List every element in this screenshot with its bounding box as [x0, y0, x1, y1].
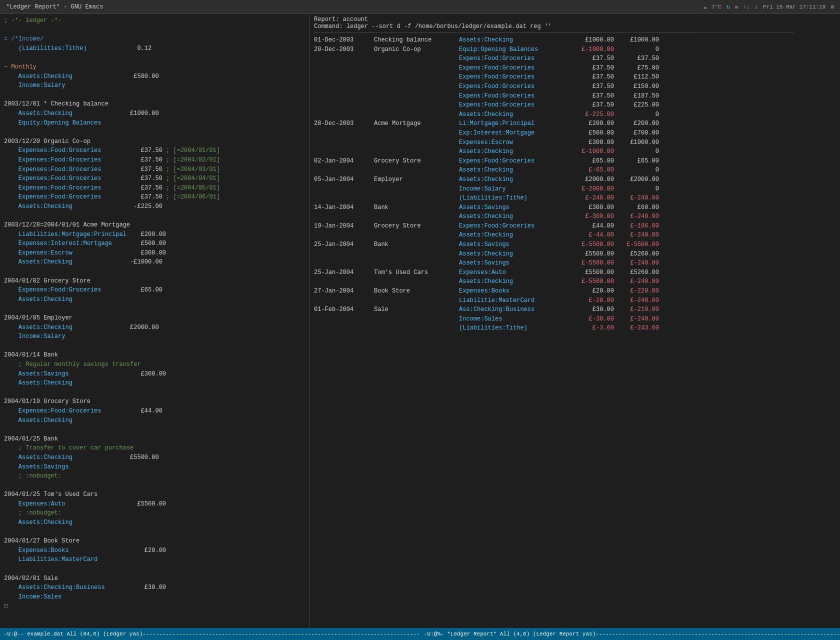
report-entry: Exp:Interest:Mortgage £500.00£700.00 [310, 128, 840, 138]
report-entry: Expens:Food:Groceries £37.50£225.00 [310, 100, 840, 110]
code-line: 2004/02/01 Sale [0, 574, 310, 584]
code-line: 2004/01/14 Bank [0, 350, 310, 360]
report-entry: Expens:Food:Groceries £37.50£75.00 [310, 64, 840, 73]
code-line: Expenses:Food:Groceries £37.50 ; [=2004/… [0, 174, 310, 184]
statusbar-right: -U:@%- *Ledger Report* All (4,0) (Ledger… [420, 631, 840, 637]
report-entry: 05-Jan-2004 Employer Assets:Checking £20… [310, 175, 840, 184]
statusbar-left: -U:@-- example.dat All (64,0) (Ledger ya… [0, 631, 420, 637]
weather-icon: ☁ [703, 4, 706, 10]
code-line: Assets:Checking [0, 416, 310, 426]
code-line: Equity:Opening Balances [0, 118, 310, 128]
code-line: Expenses:Food:Groceries £37.50 ; [=2004/… [0, 156, 310, 165]
code-line: 2004/01/19 Grocery Store [0, 397, 310, 406]
report-entry: (Liabilities:Tithe) £-240.00£-240.00 [310, 194, 840, 203]
code-line: Assets:Checking:Business £30.00 [0, 583, 310, 592]
code-line: Assets:Checking [0, 295, 310, 304]
code-line: Income:Sales [0, 592, 310, 602]
report-entry: Income:Salary £-2000.000 [310, 184, 840, 194]
report-entry: Assets:Savings £-5500.00£-240.00 [310, 258, 840, 268]
code-line: Assets:Checking -£225.00 [0, 202, 310, 212]
code-line: Assets:Checking £1000.00 [0, 109, 310, 118]
code-line: ; :nobudget: [0, 472, 310, 481]
volume-icon[interactable]: ♪ [754, 4, 758, 10]
mail-icon[interactable]: ✉ [735, 4, 738, 10]
code-line: Liabilities:Mortgage:Principal £200.00 [0, 230, 310, 240]
report-entry: 25-Jan-2004 Bank Assets:Savings £-5500.0… [310, 240, 840, 250]
code-line: Assets:Checking £2000.00 [0, 323, 310, 332]
monthly-tag: ~ Monthly [0, 62, 310, 72]
code-line: Assets:Checking [0, 518, 310, 528]
code-line: 2003/12/01 * Checking balance [0, 100, 310, 109]
code-line: Income:Salary [0, 81, 310, 90]
code-line: Expenses:Interest:Mortgage £500.00 [0, 239, 310, 248]
code-line: 2004/01/25 Bank [0, 434, 310, 444]
code-line: ; :nobudget: [0, 508, 310, 518]
code-line: Assets:Savings [0, 462, 310, 472]
report-entry: 02-Jan-2004 Grocery Store Expens:Food:Gr… [310, 156, 840, 166]
code-line: Expenses:Books £20.00 [0, 546, 310, 556]
code-line: ; -*- ledger -*- [0, 16, 310, 26]
code-line: 2004/01/05 Employer [0, 314, 310, 323]
temperature: 7°C [712, 4, 722, 10]
report-command: Command: ledger --sort d -f /home/borbus… [310, 23, 840, 30]
code-line: Expenses:Food:Groceries £37.50 ; [=2004/… [0, 192, 310, 202]
right-pane: Report: account Command: ledger --sort d… [310, 14, 840, 628]
code-line: ; Regular monthly savings transfer [0, 360, 310, 370]
report-label: Report: account [310, 16, 840, 23]
code-line: Assets:Savings £300.00 [0, 370, 310, 379]
report-entry: Assets:Checking £-1000.000 [310, 147, 840, 156]
datetime: Fri 15 Mar 17:11:19 [763, 4, 826, 10]
titlebar: *Ledger Report* - GNU Emacs ☁ 7°C ↻ ✉ ↑↓… [0, 0, 840, 14]
separator: ────────────────────────────────────────… [310, 30, 840, 36]
code-line: Expenses:Food:Groceries £37.50 ; [=2004/… [0, 184, 310, 193]
report-entry: 27-Jan-2004 Book Store Expenses:Books £2… [310, 286, 840, 296]
report-entry: 14-Jan-2004 Bank Assets:Savings £300.00£… [310, 203, 840, 212]
report-entry: 01-Feb-2004 Sale Ass:Checking:Business £… [310, 305, 840, 314]
report-entry: Income:Sales £-30.00£-240.00 [310, 314, 840, 324]
report-entry: Expens:Food:Groceries £37.50£187.50 [310, 92, 840, 101]
code-line: Expenses:Food:Groceries £65.00 [0, 286, 310, 295]
code-line: Expenses:Auto £5500.00 [0, 500, 310, 509]
report-entry: Assets:Checking £-65.000 [310, 166, 840, 175]
report-entry: Assets:Checking £-44.00£-240.00 [310, 230, 840, 240]
report-entry: 20-Dec-2003 Organic Co-op Equip:Opening … [310, 45, 840, 54]
report-entry: 19-Jan-2004 Grocery Store Expens:Food:Gr… [310, 222, 840, 231]
code-line: Expenses:Food:Groceries £37.50 ; [=2004/… [0, 146, 310, 156]
report-entry: 25-Jan-2004 Tom's Used Cars Expenses:Aut… [310, 268, 840, 278]
code-line: Liabilities:MasterCard [0, 555, 310, 564]
code-line: Expenses:Food:Groceries £44.00 [0, 406, 310, 416]
report-entry: Expens:Food:Groceries £37.50£37.50 [310, 54, 840, 64]
code-line: 2003/12/20 Organic Co-op [0, 137, 310, 146]
code-line: = /*Income/ [0, 34, 310, 44]
code-line: 2004/01/27 Book Store [0, 536, 310, 546]
report-entry: Assets:Checking £5500.00£5260.00 [310, 250, 840, 259]
report-entry: Expens:Food:Groceries £37.50£112.50 [310, 72, 840, 82]
code-line: Assets:Checking -£1000.00 [0, 258, 310, 267]
refresh-icon[interactable]: ↻ [726, 4, 730, 10]
report-entry: Assets:Checking £-300.00£-240.00 [310, 212, 840, 222]
report-entry: Expens:Food:Groceries £37.50£150.00 [310, 82, 840, 92]
code-line: Assets:Checking £500.00 [0, 72, 310, 82]
window-title: *Ledger Report* - GNU Emacs [6, 4, 103, 10]
code-line: 2004/01/02 Grocery Store [0, 276, 310, 286]
statusbar: -U:@-- example.dat All (64,0) (Ledger ya… [0, 628, 840, 640]
report-entry: Assets:Checking £-225.000 [310, 110, 840, 120]
left-pane: ; -*- ledger -*- = /*Income/ (Liabilitie… [0, 14, 310, 628]
code-line: Expenses:Food:Groceries £37.50 ; [=2004/… [0, 165, 310, 174]
cursor-line: □ [0, 602, 310, 611]
report-entry: 01-Dec-2003 Checking balance Assets:Chec… [310, 36, 840, 45]
report-entry: Assets:Checking £-5500.00£-240.00 [310, 277, 840, 286]
code-line: 2004/01/25 Tom's Used Cars [0, 490, 310, 500]
code-line: Assets:Checking [0, 378, 310, 388]
code-line: (Liabilities:Tithe) 0.12 [0, 44, 310, 54]
settings-icon[interactable]: ⚙ [830, 4, 834, 10]
code-line: 2003/12/28=2004/01/01 Acme Mortgage [0, 220, 310, 230]
code-line: Assets:Checking £5500.00 [0, 453, 310, 462]
report-entry: 28-Dec-2003 Acme Mortgage Li:Mortgage:Pr… [310, 119, 840, 128]
report-entry: Expenses:Escrow £300.00£1000.00 [310, 138, 840, 148]
report-entry: (Liabilities:Tithe) £-3.60£-243.60 [310, 324, 840, 333]
code-line: Expenses:Escrow £300.00 [0, 248, 310, 258]
network-icon: ↑↓ [743, 4, 750, 10]
report-entry: Liabilitie:MasterCard £-20.00£-240.00 [310, 296, 840, 306]
code-line: ; Transfer to cover car purchase [0, 444, 310, 453]
